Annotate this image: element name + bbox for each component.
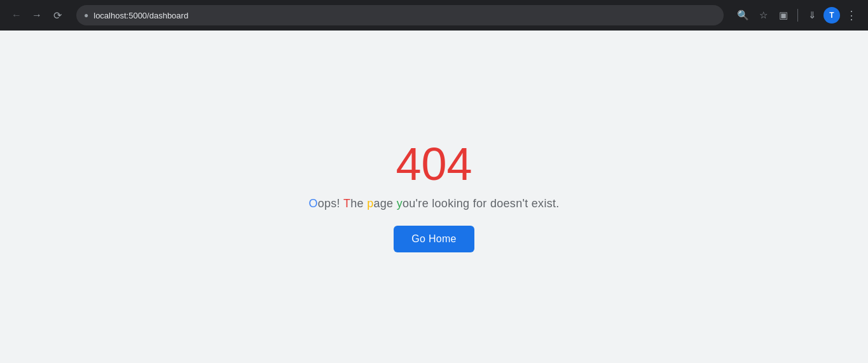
menu-button[interactable]: ⋮: [843, 6, 860, 24]
error-code: 404: [396, 141, 472, 187]
browser-actions: 🔍 ☆ ▣ ⇓ T ⋮: [734, 6, 860, 24]
forward-button[interactable]: →: [28, 6, 46, 24]
go-home-button[interactable]: Go Home: [394, 226, 474, 252]
error-container: 404 Oops! The page you're looking for do…: [308, 141, 559, 252]
divider: [797, 9, 798, 22]
msg-p: p: [367, 197, 373, 210]
reload-button[interactable]: ⟳: [48, 6, 66, 24]
msg-o: O: [308, 197, 317, 210]
extension-button[interactable]: ▣: [775, 6, 792, 24]
back-button[interactable]: ←: [8, 6, 25, 24]
url-text: localhost:5000/dashboard: [93, 11, 716, 20]
error-message: Oops! The page you're looking for doesn'…: [308, 197, 559, 210]
download-button[interactable]: ⇓: [803, 6, 821, 24]
msg-y: y: [397, 197, 403, 210]
lock-icon: ●: [84, 11, 88, 20]
browser-chrome: ← → ⟳ ● localhost:5000/dashboard 🔍 ☆ ▣ ⇓…: [0, 0, 868, 31]
zoom-button[interactable]: 🔍: [734, 6, 752, 24]
msg-t: T: [343, 197, 350, 210]
nav-buttons: ← → ⟳: [8, 6, 66, 24]
page-content: 404 Oops! The page you're looking for do…: [0, 31, 868, 363]
address-bar[interactable]: ● localhost:5000/dashboard: [76, 5, 724, 25]
bookmark-button[interactable]: ☆: [754, 6, 772, 24]
profile-avatar[interactable]: T: [823, 7, 840, 24]
msg-rest: ops!: [318, 197, 343, 210]
